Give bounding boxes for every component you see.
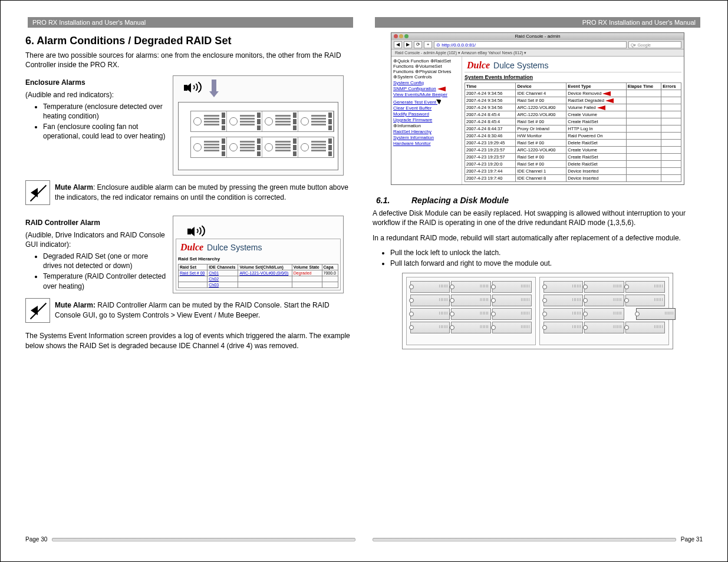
red-arrow-icon [602, 91, 611, 96]
browser-screenshot: Raid Console - admin ◀ ▶ ⟳ + ⊝ http://0.… [391, 32, 684, 185]
reload-button[interactable]: ⟳ [414, 41, 422, 48]
page-number-left: Page 30 [25, 536, 47, 543]
sidebar-link[interactable]: Clear Event Buffer [393, 105, 460, 111]
sidebar-link[interactable]: Modify Password [393, 111, 460, 117]
back-button[interactable]: ◀ [394, 41, 402, 48]
header-right: PRO RX Installation and User's Manual [375, 17, 700, 28]
add-button[interactable]: + [424, 41, 432, 48]
section-heading: 6. Alarm Conditions / Degraded RAID Set [25, 35, 355, 47]
table-row: 2007-4-23 19:7:44IDE Channel 1Device Ins… [465, 168, 681, 175]
page-left: PRO RX Installation and User's Manual 6.… [25, 17, 355, 545]
mute-icon [25, 298, 50, 323]
disk-module-figure [402, 273, 673, 349]
table-row: 2007-4-23 19:7:40IDE Channel 8Device Ins… [465, 175, 681, 182]
sidebar: ⊕Quick Function ⊕RaidSet Functions ⊕Volu… [391, 57, 462, 184]
sidebar-link[interactable]: System Information [393, 135, 460, 140]
sidebar-link[interactable]: Generate Test Event [393, 98, 460, 105]
table-row: 2007-4-24 9:34:56ARC-1220-VOL#00Volume F… [465, 104, 681, 111]
para-1: A defective Disk Module can be easily re… [373, 209, 703, 227]
enclosure-sub: (Audible and red indicators): [25, 90, 167, 100]
sidebar-link[interactable]: System Config [393, 80, 460, 85]
red-arrow-icon [605, 98, 614, 103]
enc-bullet-2: Fan (enclosure cooling fan not operation… [43, 122, 167, 141]
intro-para: There are two possible sources for alarm… [25, 51, 355, 70]
enclosure-title: Enclosure Alarms [25, 78, 85, 87]
events-para: The Systems Event Information screen pro… [25, 331, 355, 350]
url-field[interactable]: ⊝ http://0.0.0.0:81/ [434, 41, 627, 48]
search-field[interactable]: Q▾ Google [628, 41, 681, 48]
replace-bullet-2: Pull latch forward and right to move the… [390, 259, 703, 268]
sidebar-link[interactable]: Hardware Monitor [393, 141, 460, 146]
forward-button[interactable]: ▶ [404, 41, 412, 48]
mute2-text: Mute Alarm: RAID Controller Alarm can be… [55, 300, 355, 319]
table-row: 2007-4-24 8:45:4ARC-1220-VOL#00Create Vo… [465, 111, 681, 118]
raid-bullet-1: Degraded RAID Set (one or more drives no… [43, 252, 167, 270]
sidebar-link[interactable]: Upgrade Firmware [393, 117, 460, 123]
table-row: 2007-4-23 19:29:45Raid Set # 00Delete Ra… [465, 140, 681, 147]
table-row: 2007-4-24 8:30:46H/W MonitorRaid Powered… [465, 133, 681, 140]
raid-alarm-title: RAID Controller Alarm [25, 219, 100, 227]
mute-icon [25, 180, 50, 205]
table-row: 2007-4-24 9:34:56Raid Set # 00RaidSet De… [465, 97, 681, 104]
sidebar-link[interactable]: View Events/Mute Beeper [393, 92, 460, 97]
table-row: 2007-4-24 9:34:56IDE Channel 4Device Rem… [465, 90, 681, 97]
mute1-text: Mute Alarm: Enclosure audible alarm can … [55, 183, 355, 201]
red-arrow-icon [597, 105, 605, 110]
raid-bullet-2: Temperature (RAID Controller detected ov… [43, 272, 167, 290]
speaker-icon [187, 223, 207, 240]
speaker-icon [184, 80, 204, 96]
subsection-heading: 6.1.Replacing a Disk Module [376, 196, 703, 205]
cursor-icon [436, 97, 443, 105]
replace-bullet-1: Pull the lock left to unlock the latch. [390, 248, 703, 257]
enc-bullet-1: Temperature (enclosure detected over hea… [43, 102, 167, 121]
hierarchy-table: Raid SetIDE ChannelsVolume Set(Ch/Id/Lun… [178, 264, 338, 288]
table-row: 2007-4-23 19:20:0Raid Set # 00Delete Rai… [465, 161, 681, 168]
arrow-down-icon [210, 80, 218, 97]
red-arrow-icon [437, 87, 446, 91]
para-2: In a redundant RAID mode, rebuild will s… [373, 233, 703, 243]
page-number-right: Page 31 [681, 536, 703, 543]
table-row: 2007-4-23 19:23:57Raid Set # 00Create Ra… [465, 154, 681, 161]
events-title: System Events Information [465, 74, 681, 80]
raid-alarm-sub: (Audible, Drive Indicators and RAID Cons… [25, 230, 167, 249]
table-row: 2007-4-23 19:23:57ARC-1220-VOL#00Create … [465, 147, 681, 154]
sidebar-link[interactable]: SNMP Configuration [393, 86, 460, 91]
table-row: 2007-4-24 8:44:37Proxy Or InbandHTTP Log… [465, 125, 681, 133]
table-row: 2007-4-24 8:45:4Raid Set # 00Create Raid… [465, 118, 681, 125]
enclosure-figure [173, 75, 344, 176]
raid-hierarchy-figure: DulceDulce Systems Raid Set Hierarchy Ra… [173, 216, 344, 293]
bookmarks-bar[interactable]: Raid Console - admin Apple (102) ▾ Amazo… [391, 49, 684, 57]
events-table: TimeDeviceEvent TypeElapse TimeErrors 20… [465, 82, 681, 182]
sidebar-link[interactable]: RaidSet Hierarchy [393, 129, 460, 134]
header-left: PRO RX Installation and User's Manual [28, 17, 353, 28]
page-right: PRO RX Installation and User's Manual Ra… [373, 17, 703, 545]
